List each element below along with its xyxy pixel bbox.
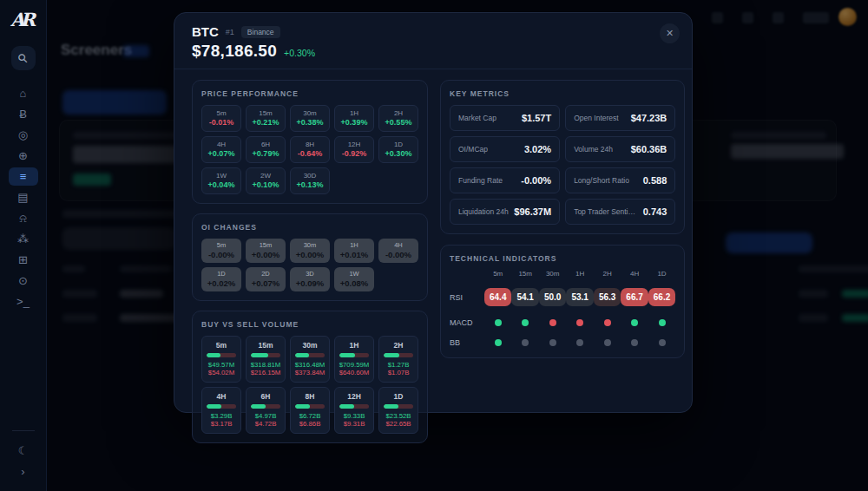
ti-row-macd: MACD: [450, 317, 675, 329]
oi-changes-card: OI CHANGES 5m -0.00% 15m +0.00% 30m +0.: [192, 213, 428, 301]
price-perf-tile: 4H +0.07%: [201, 136, 241, 163]
theme-toggle-moon-icon[interactable]: ☾: [9, 442, 38, 460]
section-title: PRICE PERFORMANCE: [201, 89, 418, 98]
sidebar-item-alerts[interactable]: ⍾: [9, 209, 38, 227]
rsi-chip: 54.1: [511, 288, 538, 306]
rsi-chip: 64.4: [484, 288, 511, 306]
bb-dot: [576, 339, 583, 346]
close-button[interactable]: ✕: [660, 23, 680, 43]
ti-column-label: 1D: [648, 270, 675, 278]
technical-indicators-card: TECHNICAL INDICATORS 5m15m30m1H2H4H1DRSI…: [440, 245, 685, 358]
ti-row-bb: BB: [450, 337, 675, 349]
ti-column-label: 30m: [539, 270, 566, 278]
sidebar-item-markets[interactable]: ◎: [9, 126, 38, 144]
collapse-chevron-icon[interactable]: ›: [9, 462, 38, 481]
ti-row-label: BB: [450, 338, 484, 347]
ti-column-label: 4H: [621, 270, 648, 278]
coin-change: +0.30%: [284, 48, 315, 58]
bb-dot: [495, 339, 502, 346]
bb-dot: [522, 339, 529, 346]
sidebar-nav: ⌂Ƀ◎⊕≡▤⍾⁂⊞⊙>_: [0, 84, 46, 311]
buy-sell-bar: [207, 353, 236, 357]
technical-indicators-table: 5m15m30m1H2H4H1DRSI64.454.150.053.156.36…: [450, 270, 675, 349]
sidebar-item-rewards[interactable]: ⊞: [9, 251, 38, 269]
oi-change-chip: 30m +0.00%: [290, 239, 330, 263]
app-root: AR ⚲ ⌂Ƀ◎⊕≡▤⍾⁂⊞⊙>_ ☾› Screeners: [0, 0, 868, 491]
section-title: KEY METRICS: [450, 89, 675, 98]
oi-change-chip: 4H -0.00%: [378, 239, 418, 263]
macd-dot: [631, 319, 638, 326]
sidebar-item-home[interactable]: ⌂: [9, 84, 38, 102]
oi-change-chip: 2D +0.07%: [246, 267, 286, 291]
oi-change-chip: 1H +0.01%: [334, 239, 374, 263]
metric-box: Liquidation 24h $96.37M: [450, 199, 560, 225]
sidebar-item-docs[interactable]: ▤: [9, 188, 38, 206]
macd-dot: [659, 319, 666, 326]
section-title: TECHNICAL INDICATORS: [450, 254, 675, 263]
buy-sell-bar: [251, 353, 280, 357]
oi-change-chip: 3D +0.09%: [290, 267, 330, 291]
sidebar-item-watch[interactable]: ⊙: [9, 272, 38, 290]
price-perf-tile: 30m +0.38%: [290, 105, 330, 132]
buy-sell-bar: [295, 404, 325, 409]
ti-header-row: 5m15m30m1H2H4H1D: [450, 270, 675, 278]
price-perf-tile: 5m -0.01%: [201, 105, 241, 132]
rsi-chip: 50.0: [539, 288, 566, 306]
sidebar-item-network[interactable]: ⁂: [9, 230, 38, 248]
coin-rank: #1: [226, 28, 234, 36]
volume-tile: 12H $9.33B $9.31B: [334, 387, 374, 434]
metric-box: Volume 24h $60.36B: [565, 136, 675, 162]
buy-sell-bar: [251, 404, 280, 409]
volume-tile: 6H $4.97B $4.72B: [246, 387, 286, 434]
macd-dot: [604, 319, 611, 326]
section-title: OI CHANGES: [201, 223, 418, 232]
metric-box: Market Cap $1.57T: [450, 105, 560, 131]
price-perf-tile: 8H -0.64%: [290, 136, 330, 163]
ti-row-rsi: RSI64.454.150.053.156.366.766.2: [450, 285, 675, 309]
oi-change-chip: 15m +0.00%: [246, 239, 286, 263]
oi-change-chip: 1D +0.02%: [201, 267, 241, 291]
volume-tile: 1D $23.52B $22.65B: [378, 387, 418, 434]
buy-sell-bar: [384, 404, 413, 409]
key-metrics-grid: Market Cap $1.57T Open Interest $47.23B …: [450, 105, 675, 225]
rsi-chip: 66.2: [648, 288, 675, 306]
oi-changes-grid: 5m -0.00% 15m +0.00% 30m +0.00% 1H +0.01…: [201, 239, 418, 291]
ti-column-label: 2H: [594, 270, 621, 278]
buy-sell-bar: [295, 353, 325, 357]
sidebar-item-terminal[interactable]: >_: [9, 292, 38, 311]
price-perf-tile: 1W +0.04%: [201, 167, 241, 194]
bb-dot: [604, 339, 611, 346]
metric-box: Long/Short Ratio 0.588: [565, 167, 675, 193]
buy-sell-bar: [339, 404, 369, 409]
exchange-badge: Binance: [241, 26, 280, 38]
macd-dot: [576, 319, 583, 326]
volume-tile: 4H $3.29B $3.17B: [201, 387, 241, 434]
sidebar-item-globe[interactable]: ⊕: [9, 147, 38, 165]
oi-change-chip: 5m -0.00%: [201, 239, 241, 263]
sidebar-item-coins[interactable]: Ƀ: [9, 105, 38, 123]
ti-row-label: MACD: [450, 318, 484, 327]
buy-sell-bar: [339, 353, 369, 357]
price-perf-tile: 12H -0.92%: [334, 136, 374, 163]
sidebar-divider: [12, 430, 35, 431]
coin-price: $78,186.50: [192, 42, 277, 61]
price-perf-tile: 15m +0.21%: [246, 105, 286, 132]
coin-symbol: BTC: [192, 24, 219, 39]
metric-box: Top Trader Sentim... 0.743: [565, 199, 675, 225]
search-button[interactable]: ⚲: [11, 46, 36, 70]
price-perf-tile: 2H +0.55%: [378, 105, 418, 132]
volume-tile: 15m $318.81M $216.15M: [246, 336, 286, 383]
buy-sell-volume-grid: 5m $49.57M $54.02M 15m $318.81M $216.15M: [201, 336, 418, 434]
price-perf-tile: 1H +0.39%: [334, 105, 374, 132]
ti-column-label: 15m: [511, 270, 538, 278]
sidebar-item-screeners[interactable]: ≡: [9, 167, 38, 186]
app-logo: AR: [10, 9, 36, 30]
rsi-chip: 53.1: [566, 288, 593, 306]
buy-sell-volume-card: BUY VS SELL VOLUME 5m $49.57M $54.02M 15…: [192, 311, 428, 443]
metric-box: OI/MCap 3.02%: [450, 136, 560, 162]
close-icon: ✕: [666, 28, 674, 39]
sidebar: AR ⚲ ⌂Ƀ◎⊕≡▤⍾⁂⊞⊙>_ ☾›: [0, 0, 47, 491]
bb-dot: [659, 339, 666, 346]
bb-dot: [549, 339, 556, 346]
price-perf-tile: 1D +0.30%: [378, 136, 418, 163]
